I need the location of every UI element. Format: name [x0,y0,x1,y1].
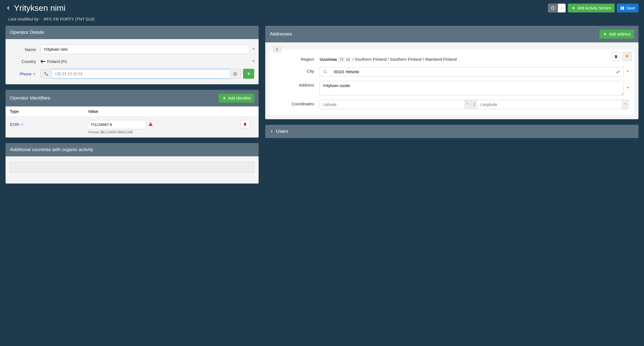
star-filled-icon [625,54,629,58]
history-dropdown-caret[interactable] [558,4,566,12]
page-header: Yrityksen nimi Add Activity Section Save [6,0,638,15]
phone-icon [44,72,48,76]
degree-symbol: ° [622,100,628,109]
last-modified-value: RFC FR FORTY (TNT GUI) [44,17,94,21]
add-activity-label: Add Activity Section [577,6,611,10]
add-identifier-button[interactable]: Add Identifier [219,94,254,103]
region-name: Uusimaa [320,57,337,62]
required-star: * [627,86,628,90]
svg-marker-1 [561,8,563,9]
add-phone-button[interactable] [243,69,254,79]
operator-details-header: Operator Details [6,26,259,39]
longitude-input[interactable] [478,100,622,109]
caret-down-icon [560,7,563,9]
additional-countries-title: Additional countries with organic activi… [10,147,93,152]
add-identifier-label: Add Identifier [228,96,251,100]
svg-marker-4 [233,72,237,75]
add-address-button[interactable]: Add address [599,30,634,39]
address-textarea[interactable] [320,81,624,95]
operator-details-title: Operator Details [10,30,44,35]
back-button[interactable] [6,5,11,11]
col-value-header: Value [88,109,240,114]
region-code: FI-18 [338,57,351,62]
plus-icon [603,32,607,36]
plus-icon [571,6,576,10]
trash-icon [243,122,247,126]
save-button[interactable]: Save [617,4,638,12]
required-star: * [253,47,254,52]
star-outline-icon [233,72,237,76]
additional-countries-input[interactable] [10,162,254,172]
name-label: Name [10,47,40,52]
required-star: * [253,59,254,64]
addresses-panel: Addresses Add address 1 [265,26,638,119]
page-title: Yrityksen nimi [14,3,66,13]
phone-input[interactable] [52,69,230,78]
address-card: 1 Region [270,50,634,115]
address-number-tab: 1 [273,46,281,52]
name-input[interactable] [40,45,249,54]
region-value: Uusimaa FI-18 / Southern Finland / South… [320,55,457,63]
delete-identifier-button[interactable] [240,120,250,128]
city-label: City [275,67,320,73]
phone-favorite-toggle[interactable] [230,69,241,78]
svg-point-12 [324,70,326,73]
delete-address-button[interactable] [611,52,621,61]
history-button[interactable] [548,4,558,12]
last-modified-label: Last modified by: [8,17,40,21]
format-hint: Format: BE12345X789012345 [88,130,240,134]
latitude-input[interactable] [320,100,465,109]
plus-icon [222,96,226,100]
identifier-type-dropdown[interactable]: EORI [10,120,24,127]
addresses-title: Addresses [270,31,292,37]
additional-countries-panel: Additional countries with organic activi… [6,143,259,184]
last-modified-row: Last modified by: RFC FR FORTY (TNT GUI) [6,15,638,26]
col-type-header: Type [10,109,88,114]
identifier-table-header: Type Value [6,106,259,117]
country-label: Country [10,59,40,64]
phone-type-dropdown[interactable]: Phone [20,72,36,76]
identifiers-panel: Operator Identifiers Add Identifier Type… [6,90,259,138]
svg-line-13 [326,72,327,73]
warning-icon [148,122,153,128]
chevron-down-icon [20,123,24,126]
check-icon [616,70,620,74]
phone-icon-addon [40,69,52,78]
city-valid-indicator [612,67,624,77]
required-star: * [627,70,628,74]
coord-separator: / [471,100,478,109]
clock-icon [551,6,555,10]
add-address-label: Add address [609,32,631,36]
region-label: Region [275,55,320,62]
chevron-right-icon [270,129,274,133]
users-title: Users [276,129,288,134]
search-icon [323,70,328,74]
chevron-down-icon [33,72,36,75]
identifier-value-input[interactable] [88,120,146,129]
add-activity-section-button[interactable]: Add Activity Section [568,4,615,12]
users-panel-collapsed[interactable]: Users [265,125,638,138]
address-label: Address [275,81,320,87]
operator-details-panel: Operator Details Name * Country [6,26,259,84]
trash-icon [614,54,618,59]
coordinates-label: Coordinates [275,100,320,106]
city-input[interactable] [331,67,612,77]
identifier-row: EORI [6,117,259,138]
phone-label: Phone [20,72,32,76]
svg-marker-11 [625,54,629,58]
save-label: Save [626,6,635,10]
identifier-type-label: EORI [10,122,19,127]
region-breadcrumb: / Southern Finland / Southern Finland / … [352,57,457,62]
history-split-button [548,4,566,12]
city-search-button[interactable] [320,67,331,77]
finland-flag-icon [40,60,45,63]
plus-icon [246,72,251,76]
country-value: Finland (FI) [47,59,67,64]
save-icon [620,6,625,10]
identifiers-title: Operator Identifiers [10,95,50,101]
degree-symbol: ° [465,100,471,109]
primary-address-star-button[interactable] [622,52,632,61]
